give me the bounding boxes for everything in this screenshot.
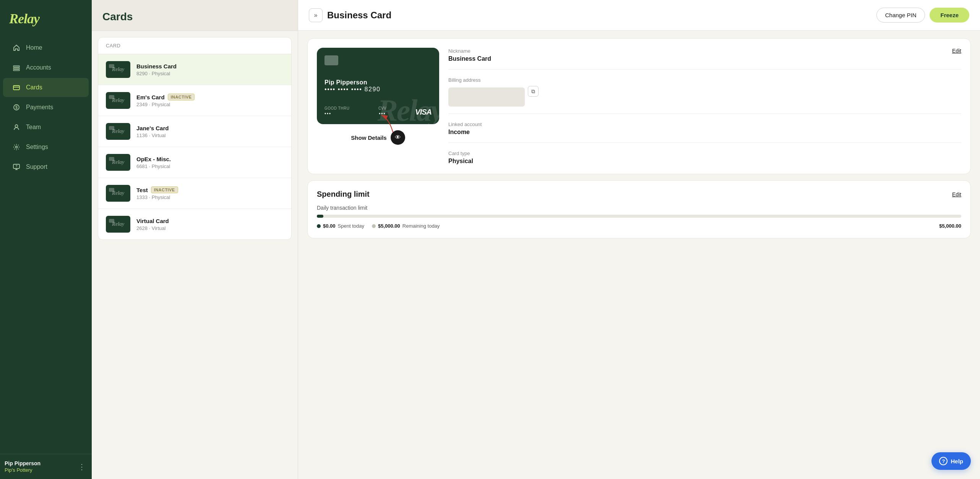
sidebar-user-org: Pip's Pottery (5, 467, 41, 473)
card-thumbnail-janes-card: Relay (106, 123, 130, 140)
card-thumb-chip (109, 188, 114, 192)
card-cvv-label: CVV (378, 106, 386, 110)
spent-stat: $0.00 Spent today (317, 223, 364, 229)
card-preview-section: Relay Pip Pipperson •••• •••• •••• 8290 … (307, 38, 971, 174)
card-item-info-virtual-card: Virtual Card2628 · Virtual (136, 218, 284, 231)
sidebar-item-cards-label: Cards (26, 84, 42, 91)
payments-icon: $ (12, 103, 21, 112)
sidebar-logo: Relay (0, 0, 92, 34)
svg-text:?: ? (15, 164, 18, 168)
show-details-row[interactable]: Show Details 👁 (351, 130, 405, 145)
remaining-value: $5,000.00 (378, 223, 400, 229)
linked-account-row: Linked account Income (448, 121, 961, 143)
card-item-sub-virtual-card: 2628 · Virtual (136, 225, 284, 231)
card-item-name-ems-card: Em's CardINACTIVE (136, 94, 284, 100)
svg-point-8 (16, 146, 18, 148)
freeze-button[interactable]: Freeze (930, 8, 969, 23)
remaining-dot (372, 224, 376, 228)
sidebar-item-team-label: Team (26, 124, 41, 131)
card-item-sub-business-card: 8290 · Physical (136, 71, 284, 76)
card-list-item-opex-card[interactable]: RelayOpEx - Misc.6681 · Physical (98, 147, 291, 178)
card-holder-name: Pip Pipperson •••• •••• •••• 8290 (325, 79, 432, 93)
sidebar-user-info: Pip Pipperson Pip's Pottery (5, 460, 41, 473)
card-item-info-opex-card: OpEx - Misc.6681 · Physical (136, 156, 284, 169)
svg-point-7 (15, 125, 18, 128)
svg-text:$: $ (15, 105, 18, 110)
sidebar: Relay HomeAccountsCards$PaymentsTeamSett… (0, 0, 92, 479)
detail-back-button[interactable]: » (309, 8, 323, 22)
card-list-item-business-card[interactable]: RelayBusiness Card8290 · Physical (98, 54, 291, 85)
inactive-badge-ems-card: INACTIVE (168, 94, 195, 100)
svg-rect-3 (13, 86, 19, 90)
sidebar-user-name: Pip Pipperson (5, 460, 41, 466)
cards-list-container: Card RelayBusiness Card8290 · PhysicalRe… (98, 37, 292, 240)
card-list-item-janes-card[interactable]: RelayJane's Card1136 · Virtual (98, 116, 291, 147)
card-visual-container: Relay Pip Pipperson •••• •••• •••• 8290 … (317, 48, 439, 165)
card-item-sub-test-card: 1333 · Physical (136, 194, 284, 200)
card-thumb-chip (109, 157, 114, 161)
card-list-item-ems-card[interactable]: RelayEm's CardINACTIVE2349 · Physical (98, 85, 291, 116)
eye-icon: 👁 (395, 134, 401, 141)
billing-row: Billing address ⧉ (448, 77, 961, 114)
show-details-button[interactable]: 👁 (391, 130, 405, 145)
card-list-item-test-card[interactable]: RelayTestINACTIVE1333 · Physical (98, 178, 291, 209)
sidebar-footer: Pip Pipperson Pip's Pottery ⋮ (0, 454, 92, 479)
card-list-item-virtual-card[interactable]: RelayVirtual Card2628 · Virtual (98, 209, 291, 239)
spending-edit-button[interactable]: Edit (952, 191, 961, 197)
main-content: Cards Card RelayBusiness Card8290 · Phys… (92, 0, 980, 479)
detail-panel: » Business Card Change PIN Freeze Relay … (298, 0, 980, 479)
svg-rect-1 (13, 68, 19, 69)
spending-stats: $0.00 Spent today $5,000.00 Remaining to… (317, 223, 961, 229)
card-item-name-virtual-card: Virtual Card (136, 218, 284, 224)
detail-body: Relay Pip Pipperson •••• •••• •••• 8290 … (298, 31, 980, 246)
card-type-label: Card type (448, 150, 961, 156)
copy-button[interactable]: ⧉ (528, 86, 539, 97)
nickname-value: Business Card (448, 55, 961, 62)
spending-title: Spending limit (317, 190, 370, 199)
detail-header-actions: Change PIN Freeze (876, 8, 969, 23)
spending-total: $5,000.00 (939, 223, 961, 229)
card-item-name-test-card: TestINACTIVE (136, 186, 284, 193)
sidebar-item-team[interactable]: Team (3, 118, 89, 137)
card-cvv-dots: ••• (379, 111, 386, 117)
spending-progress-fill (317, 215, 323, 218)
inactive-badge-test-card: INACTIVE (151, 186, 178, 193)
sidebar-item-home[interactable]: Home (3, 38, 89, 57)
nickname-row-header: Nickname Edit (448, 48, 961, 54)
change-pin-button[interactable]: Change PIN (876, 8, 925, 23)
team-icon (12, 123, 21, 131)
sidebar-item-payments[interactable]: $Payments (3, 98, 89, 117)
sidebar-item-support[interactable]: ?Support (3, 157, 89, 176)
spent-value: $0.00 (323, 223, 336, 229)
show-details-label: Show Details (351, 134, 386, 141)
support-icon: ? (12, 163, 21, 171)
settings-icon (12, 143, 21, 151)
remaining-stat: $5,000.00 Remaining today (372, 223, 440, 229)
card-thumbnail-virtual-card: Relay (106, 216, 130, 233)
help-button[interactable]: ? Help (931, 452, 971, 470)
detail-header-left: » Business Card (309, 8, 391, 22)
sidebar-item-payments-label: Payments (26, 104, 53, 111)
sidebar-item-support-label: Support (26, 163, 47, 170)
card-thumbnail-ems-card: Relay (106, 92, 130, 109)
card-expiry: GOOD THRU ••• (325, 106, 349, 117)
cards-icon (12, 83, 21, 92)
card-thumb-chip (109, 126, 114, 130)
nickname-label: Nickname (448, 48, 471, 54)
svg-rect-0 (13, 66, 19, 67)
sidebar-user-menu[interactable]: ⋮ (76, 461, 87, 473)
card-item-info-test-card: TestINACTIVE1333 · Physical (136, 186, 284, 200)
sidebar-item-cards[interactable]: Cards (3, 78, 89, 97)
sidebar-item-accounts[interactable]: Accounts (3, 58, 89, 77)
sidebar-item-settings[interactable]: Settings (3, 138, 89, 157)
detail-title: Business Card (327, 10, 391, 21)
help-icon: ? (939, 457, 948, 465)
card-thumbnail-test-card: Relay (106, 185, 130, 202)
card-cvv: CVV ••• (378, 106, 386, 117)
nickname-edit-button[interactable]: Edit (952, 48, 961, 54)
sidebar-item-accounts-label: Accounts (26, 64, 51, 71)
card-item-info-ems-card: Em's CardINACTIVE2349 · Physical (136, 94, 284, 107)
billing-address-box (448, 87, 525, 107)
card-info-section: Nickname Edit Business Card Billing addr… (448, 48, 961, 165)
cards-panel: Cards Card RelayBusiness Card8290 · Phys… (92, 0, 298, 479)
